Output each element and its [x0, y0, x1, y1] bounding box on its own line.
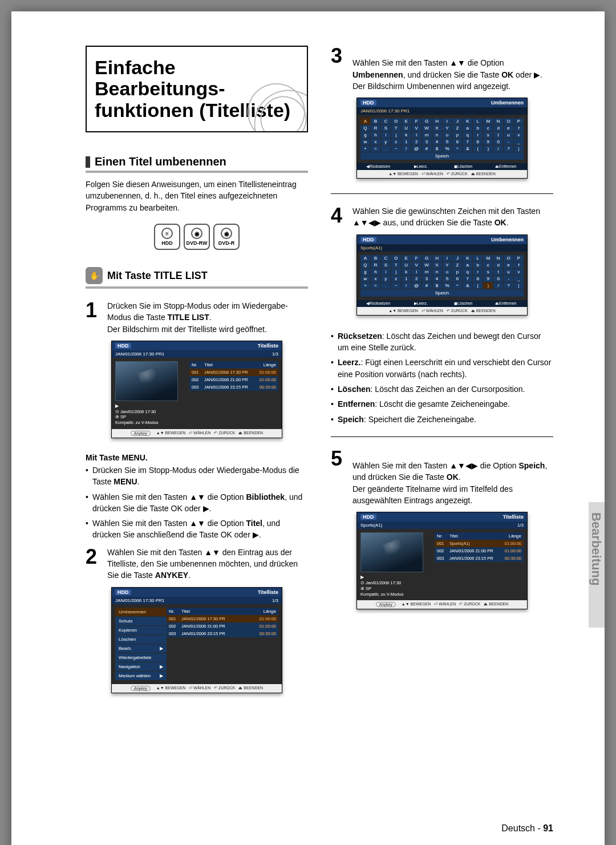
key: 1	[402, 139, 411, 145]
key: q	[463, 269, 472, 275]
key: -	[504, 276, 513, 282]
key: d	[493, 125, 503, 131]
step-text: Wählen Sie mit den Tasten ▲▼ den Eintrag…	[107, 547, 308, 581]
keyboard-actions: ◀Rücksetzen▶Leerz.◼Löschen⏏Entfernen	[357, 300, 527, 307]
key: I	[443, 255, 452, 261]
key: V	[412, 262, 422, 268]
step-text: Drücken Sie im Stopp-Modus oder im Wiede…	[107, 300, 308, 335]
onscreen-keyboard: ABCDEFGHIJKLMNOPQRSTUVWXYZabcdefghijklmn…	[357, 252, 527, 300]
key: $	[432, 282, 442, 289]
menu-item: Bearb.▶	[115, 644, 167, 653]
key: !	[402, 145, 411, 152]
key: o	[443, 269, 452, 275]
key: A	[360, 255, 370, 261]
key: G	[422, 255, 432, 261]
key: -	[504, 139, 513, 145]
table-row: 002JAN/01/2006 21:00 PR01:00:00	[167, 622, 278, 630]
list-item: Wählen Sie mit den Tasten ▲▼ die Option …	[86, 491, 308, 515]
key: 6	[452, 139, 462, 145]
key: 5	[443, 276, 452, 282]
key: %	[443, 145, 452, 152]
key: A	[360, 118, 370, 124]
step-2: 2 Wählen Sie mit den Tasten ▲▼ den Eintr…	[86, 547, 308, 581]
right-column: 3 Wählen Sie mit den Tasten ▲▼ die Optio…	[331, 46, 553, 708]
hdd-badge: HDD	[360, 100, 376, 106]
key: f	[514, 125, 524, 131]
rename-field: JAN/01/2006 17:30 PR1	[357, 107, 527, 115]
key: 5	[443, 139, 452, 145]
key: _	[514, 276, 524, 282]
key: #	[422, 282, 432, 289]
key: #	[422, 145, 432, 152]
key: l	[412, 132, 422, 138]
badge-hdd: ≡HDD	[154, 224, 180, 250]
left-column: Einfache Bearbeitungs- funktionen (Titel…	[86, 46, 308, 708]
key: F	[412, 255, 422, 261]
key: n	[432, 132, 442, 138]
key: .	[381, 282, 391, 289]
menu-item: Navigation▶	[115, 662, 167, 671]
section-heading-text: Einen Titel umbenennen	[95, 155, 226, 168]
key: v	[514, 269, 524, 275]
preview-thumbnail	[115, 361, 178, 401]
key: z	[391, 276, 401, 282]
key: w	[360, 139, 370, 145]
osd-table-header: Nr.TitelLänge	[189, 361, 278, 369]
step-text: Wählen Sie die gewünschten Zeichen mit d…	[352, 205, 553, 229]
key: 8	[473, 276, 483, 282]
key: J	[452, 255, 462, 261]
key: d	[493, 262, 503, 268]
osd-titlelist-menu: HDDTitelliste JAN/01/2006 17:30 PR11/3 U…	[111, 587, 282, 693]
key: E	[402, 255, 411, 261]
key: y	[381, 276, 391, 282]
key: ?	[504, 282, 513, 289]
key: K	[463, 255, 472, 261]
key: 0	[493, 276, 503, 282]
key: Y	[443, 125, 452, 131]
step-number: 2	[86, 547, 102, 581]
key: Z	[452, 262, 462, 268]
key: 2	[412, 139, 422, 145]
key: L	[473, 118, 483, 124]
hdd-badge: HDD	[360, 514, 376, 520]
key: q	[463, 132, 472, 138]
osd-table-header: Nr.TitelLänge	[167, 608, 278, 615]
table-row: 003JAN/01/2006 23:15 PR00:30:00	[167, 630, 278, 637]
hdd-badge: HDD	[115, 589, 131, 595]
key: e	[504, 262, 513, 268]
badge-dvdr: ◉DVD-R	[213, 224, 240, 250]
key: k	[402, 269, 411, 275]
page-title-box: Einfache Bearbeitungs- funktionen (Titel…	[86, 46, 308, 132]
key: D	[391, 118, 401, 124]
key: 9	[483, 139, 493, 145]
key: !	[402, 282, 411, 289]
key: ?	[504, 145, 513, 152]
key: G	[422, 118, 432, 124]
key: 3	[422, 276, 432, 282]
step-text: Wählen Sie mit den Tasten ▲▼ die Option …	[352, 46, 553, 92]
key: S	[381, 125, 391, 131]
key: =	[371, 145, 380, 152]
key: 9	[483, 276, 493, 282]
osd-title: Umbenennen	[491, 100, 524, 106]
key: 7	[463, 139, 472, 145]
key: y	[381, 139, 391, 145]
key: (	[473, 282, 483, 289]
key: F	[412, 118, 422, 124]
menu-item: Löschen	[115, 635, 167, 644]
key: 7	[463, 276, 472, 282]
key: C	[381, 255, 391, 261]
key: U	[402, 125, 411, 131]
key: m	[422, 269, 432, 275]
key: h	[371, 269, 380, 275]
key: M	[483, 118, 493, 124]
key: p	[452, 132, 462, 138]
key: B	[371, 118, 380, 124]
hdd-icon: ≡	[161, 228, 173, 239]
key: x	[371, 276, 380, 282]
osd-title: Titelliste	[258, 343, 278, 349]
key: H	[432, 255, 442, 261]
key: P	[514, 255, 524, 261]
key: E	[402, 118, 411, 124]
manual-page: Bearbeitung Einfache Bearbeitungs- funkt…	[11, 11, 605, 845]
